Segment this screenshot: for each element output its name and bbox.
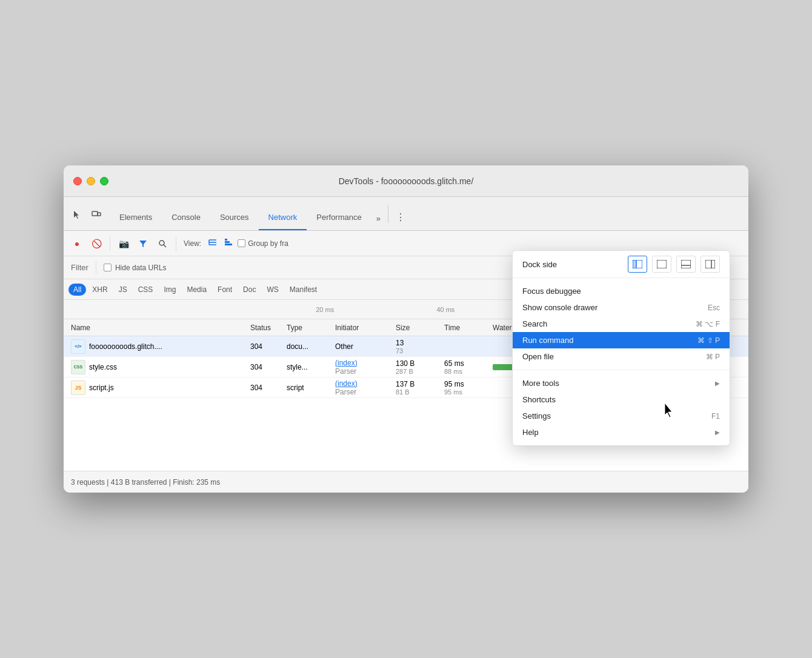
more-tools-arrow-icon: ▶ bbox=[715, 380, 720, 387]
traffic-lights bbox=[73, 177, 108, 185]
svg-rect-1 bbox=[98, 213, 101, 216]
row-type-2: style... bbox=[282, 363, 330, 371]
menu-item-shortcuts-label: Shortcuts bbox=[522, 395, 556, 404]
tab-console[interactable]: Console bbox=[162, 208, 210, 230]
row-size-sub-1: 73 bbox=[396, 347, 434, 354]
menu-item-show-console[interactable]: Show console drawer Esc bbox=[513, 299, 730, 316]
dock-btn-right[interactable] bbox=[701, 256, 720, 273]
tab-sources[interactable]: Sources bbox=[210, 208, 259, 230]
filter-text[interactable]: Filter bbox=[71, 263, 88, 272]
menu-item-settings[interactable]: Settings F1 bbox=[513, 408, 730, 424]
row-name-2: style.css bbox=[89, 363, 117, 371]
view-list-icon[interactable] bbox=[206, 236, 219, 251]
row-size-3: 137 B 81 B bbox=[391, 380, 439, 396]
type-filter-css[interactable]: CSS bbox=[133, 284, 158, 296]
help-arrow-icon: ▶ bbox=[715, 429, 720, 436]
row-time-sub-3: 95 ms bbox=[444, 388, 483, 396]
type-filter-all[interactable]: All bbox=[68, 284, 86, 296]
menu-item-run-command[interactable]: Run command ⌘ ⇧ P bbox=[513, 332, 730, 348]
row-initiator-sub-3: Parser bbox=[335, 388, 386, 396]
header-type[interactable]: Type bbox=[282, 324, 330, 332]
menu-item-help-label: Help bbox=[522, 428, 539, 437]
clear-button[interactable]: 🚫 bbox=[88, 235, 105, 252]
close-button[interactable] bbox=[73, 177, 82, 185]
row-initiator-1: Other bbox=[330, 342, 391, 351]
row-initiator-3: (index) Parser bbox=[330, 379, 391, 396]
row-size-main-1: 13 bbox=[396, 339, 434, 347]
filter-icon[interactable] bbox=[135, 235, 151, 252]
tab-more[interactable]: » bbox=[371, 209, 385, 230]
header-size[interactable]: Size bbox=[391, 324, 439, 332]
titlebar: DevTools - fooooooooods.glitch.me/ bbox=[64, 165, 748, 197]
menu-item-search[interactable]: Search ⌘ ⌥ F bbox=[513, 316, 730, 332]
dock-btn-undock[interactable] bbox=[652, 256, 671, 273]
record-button[interactable]: ● bbox=[68, 235, 85, 252]
cursor-icon[interactable] bbox=[68, 206, 85, 223]
minimize-button[interactable] bbox=[87, 177, 95, 185]
tick-40ms: 40 ms bbox=[436, 306, 454, 313]
tab-elements[interactable]: Elements bbox=[110, 208, 162, 230]
type-filter-xhr[interactable]: XHR bbox=[87, 284, 112, 296]
tab-menu-button[interactable]: ⋮ bbox=[391, 207, 410, 230]
hide-urls-area: Hide data URLs bbox=[104, 264, 167, 272]
view-waterfall-icon[interactable] bbox=[222, 236, 235, 251]
device-mode-icon[interactable] bbox=[88, 206, 105, 223]
menu-item-open-file[interactable]: Open file ⌘ P bbox=[513, 348, 730, 365]
row-initiator-main-3: (index) bbox=[335, 379, 386, 388]
menu-item-shortcuts[interactable]: Shortcuts bbox=[513, 391, 730, 408]
tick-20ms: 20 ms bbox=[316, 306, 334, 313]
row-status-1: 304 bbox=[245, 342, 282, 351]
type-filter-media[interactable]: Media bbox=[182, 284, 211, 296]
group-by-label: Group by fra bbox=[248, 239, 288, 248]
row-size-1: 13 73 bbox=[391, 339, 439, 354]
type-filter-js[interactable]: JS bbox=[114, 284, 132, 296]
row-name-cell-3: JS script.js bbox=[64, 381, 245, 395]
row-size-main-2: 130 B bbox=[396, 359, 434, 368]
menu-item-open-label: Open file bbox=[522, 352, 554, 361]
tab-performance[interactable]: Performance bbox=[307, 208, 371, 230]
svg-rect-9 bbox=[225, 241, 230, 243]
dock-btn-left[interactable] bbox=[628, 256, 647, 273]
status-text: 3 requests | 413 B transferred | Finish:… bbox=[71, 478, 220, 487]
toolbar-sep-1 bbox=[110, 236, 110, 251]
header-name[interactable]: Name bbox=[64, 324, 245, 332]
menu-item-more-tools[interactable]: More tools ▶ bbox=[513, 375, 730, 391]
svg-rect-10 bbox=[225, 244, 232, 245]
menu-item-console-label: Show console drawer bbox=[522, 303, 597, 312]
menu-item-help[interactable]: Help ▶ bbox=[513, 424, 730, 440]
header-initiator[interactable]: Initiator bbox=[330, 324, 391, 332]
type-filter-manifest[interactable]: Manifest bbox=[285, 284, 322, 296]
row-icon-css: CSS bbox=[71, 360, 85, 374]
tab-network[interactable]: Network bbox=[259, 208, 307, 230]
group-by-checkbox[interactable] bbox=[238, 239, 245, 247]
row-initiator-main-1: Other bbox=[335, 342, 386, 351]
row-icon-html: </> bbox=[71, 339, 85, 354]
row-size-main-3: 137 B bbox=[396, 380, 434, 388]
row-icon-js: JS bbox=[71, 381, 85, 395]
type-filter-font[interactable]: Font bbox=[213, 284, 237, 296]
camera-icon[interactable]: 📷 bbox=[115, 235, 132, 252]
type-filter-img[interactable]: Img bbox=[159, 284, 181, 296]
row-status-3: 304 bbox=[245, 384, 282, 392]
header-status[interactable]: Status bbox=[245, 324, 282, 332]
type-filter-ws[interactable]: WS bbox=[262, 284, 283, 296]
row-time-sub-2: 88 ms bbox=[444, 368, 483, 375]
row-size-2: 130 B 287 B bbox=[391, 359, 439, 375]
menu-item-search-label: Search bbox=[522, 319, 547, 328]
menu-item-focus-debuggee[interactable]: Focus debuggee bbox=[513, 283, 730, 299]
view-label: View: bbox=[184, 239, 201, 248]
svg-rect-17 bbox=[705, 260, 715, 268]
dock-btn-bottom[interactable] bbox=[676, 256, 696, 273]
row-initiator-sub-2: Parser bbox=[335, 367, 386, 376]
tabbar: Elements Console Sources Network Perform… bbox=[64, 197, 748, 231]
type-filter-doc[interactable]: Doc bbox=[238, 284, 261, 296]
hide-urls-checkbox[interactable] bbox=[104, 264, 111, 271]
maximize-button[interactable] bbox=[100, 177, 108, 185]
devtools-window: DevTools - fooooooooods.glitch.me/ Eleme… bbox=[64, 165, 748, 493]
search-icon[interactable] bbox=[154, 235, 171, 252]
menu-item-settings-shortcut: F1 bbox=[711, 412, 720, 420]
menu-section-2: More tools ▶ Shortcuts Settings F1 Help … bbox=[513, 370, 730, 445]
header-time[interactable]: Time bbox=[439, 324, 488, 332]
svg-rect-14 bbox=[657, 260, 667, 268]
svg-line-3 bbox=[164, 245, 166, 247]
